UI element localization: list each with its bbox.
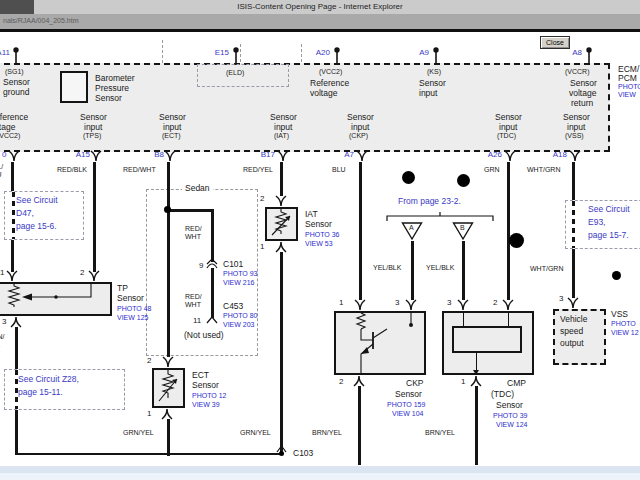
- tp-name: TP: [117, 283, 128, 293]
- wire-color: RED/: [185, 293, 202, 301]
- pin-icon: [584, 47, 594, 64]
- view-link[interactable]: VIEW 104: [392, 410, 424, 419]
- wire: [167, 162, 170, 357]
- view-link[interactable]: VIEW 124: [496, 421, 528, 430]
- see-circuit-text[interactable]: See Circuit Z28,: [18, 374, 79, 384]
- photo-link[interactable]: PHOTO 12: [192, 392, 227, 401]
- vss-pin3-label: 3: [559, 294, 563, 303]
- wire-color: RED/WHT: [123, 166, 156, 174]
- address-url[interactable]: nals/RJAA/004_205.htm: [3, 17, 79, 24]
- from-page-link[interactable]: From page 23-2.: [398, 196, 461, 206]
- view-link[interactable]: VIEW 53: [305, 240, 333, 249]
- see-circuit-text[interactable]: page 15-6.: [16, 221, 57, 231]
- wire-color: YEL/: [0, 163, 3, 171]
- wire: [358, 386, 361, 465]
- socket-icon: [90, 151, 102, 162]
- photo-link[interactable]: PHOTO 80: [223, 312, 258, 321]
- photo-link[interactable]: PHOTO 36: [305, 231, 340, 240]
- pin-func-tag: (TDC): [497, 132, 516, 140]
- socket-icon: [275, 196, 287, 207]
- close-button[interactable]: Close: [540, 36, 570, 49]
- pin-label-a9: A9: [413, 48, 429, 57]
- pin-func-tag: (KS): [427, 68, 441, 76]
- socket-icon: [277, 151, 289, 162]
- connector-id: C453: [223, 301, 243, 311]
- see-circuit-text[interactable]: See Circuit: [16, 195, 58, 205]
- pin-label-b17: B17: [251, 150, 275, 159]
- junction-dot: [164, 206, 171, 213]
- vss-box-text: speed: [560, 326, 583, 336]
- see-circuit-text[interactable]: E93,: [588, 217, 606, 227]
- view-link[interactable]: VIEW 12: [611, 329, 639, 338]
- title-bar: ISIS-Content Opening Page - Internet Exp…: [0, 0, 640, 14]
- see-circuit-text[interactable]: page 15-11.: [18, 387, 63, 397]
- pin-func: Sensor: [419, 78, 446, 88]
- pin-func: return: [571, 98, 593, 108]
- wire-color: GRN/YEL: [123, 429, 154, 437]
- pin-func-tag: (IAT): [274, 132, 289, 140]
- socket-icon: [353, 375, 365, 386]
- c453-pin-label: 11: [193, 316, 201, 325]
- view-link[interactable]: VIEW 216: [223, 279, 255, 288]
- socket-icon: [567, 298, 579, 309]
- pin-func: Sensor: [3, 77, 30, 87]
- triangle-b-letter: B: [460, 224, 465, 232]
- potentiometer-symbol: [0, 284, 96, 313]
- ect-pin2-label: 2: [147, 356, 151, 365]
- sedan-label: Sedan: [182, 183, 213, 193]
- pin-func: input: [84, 122, 102, 132]
- iat-pin2-label: 2: [260, 194, 264, 203]
- wire-color: RED/BLK: [57, 166, 87, 174]
- pin-icon: [231, 47, 241, 64]
- connector-separator: [301, 44, 302, 62]
- cmp-pin1-label: 1: [461, 377, 465, 386]
- view-link[interactable]: VIEW 39: [192, 401, 220, 410]
- inline-connector-icon: [276, 445, 287, 453]
- wire-color: GRN/YEL: [240, 429, 271, 437]
- c101-pin-label: 9: [199, 261, 203, 270]
- triangle-a-letter: A: [409, 224, 414, 232]
- wire: [462, 241, 465, 300]
- socket-icon: [356, 151, 368, 162]
- pin-func: Sensor: [80, 112, 107, 122]
- photo-link[interactable]: PHOTO 93: [223, 270, 258, 279]
- wire: [211, 268, 214, 318]
- barometer-sensor-box: [60, 71, 88, 103]
- see-circuit-text[interactable]: D47,: [16, 208, 34, 218]
- thermistor-symbol: [267, 209, 296, 239]
- photo-link[interactable]: PHOTO 39: [493, 412, 528, 421]
- inline-connector-icon: [205, 258, 219, 269]
- pin-func: input: [163, 122, 181, 132]
- wire-dashed: [572, 201, 575, 248]
- photo-link[interactable]: PHOTO: [611, 320, 636, 329]
- view-link[interactable]: VIEW 125: [117, 314, 149, 323]
- pin-label-b8: B8: [140, 150, 164, 159]
- ckp-pin3-label: 3: [395, 298, 399, 307]
- socket-icon: [275, 241, 287, 252]
- view-link[interactable]: VIEW 203: [223, 321, 255, 330]
- see-circuit-text[interactable]: See Circuit: [588, 204, 630, 214]
- socket-icon: [161, 408, 173, 419]
- socket-icon: [405, 300, 417, 311]
- ect-name: Sensor: [192, 380, 219, 390]
- connector-separator: [162, 40, 163, 63]
- pin-func: Sensor: [570, 78, 597, 88]
- tp-pin2-label: 2: [80, 268, 84, 277]
- cmp-pin3-label: 3: [447, 298, 451, 307]
- wire-dashed: [12, 192, 15, 239]
- bottom-bar: [0, 466, 640, 473]
- iat-name: IAT: [305, 209, 318, 219]
- photo-link[interactable]: PHOTO 159: [387, 401, 425, 410]
- see-circuit-text[interactable]: page 15-7.: [588, 230, 629, 240]
- address-bar[interactable]: nals/RJAA/004_205.htm: [0, 14, 640, 29]
- bracket-line: [385, 211, 495, 221]
- pin-func: input: [419, 88, 437, 98]
- wire-color: WHT/GRN: [530, 265, 563, 273]
- ie-window: ISIS-Content Opening Page - Internet Exp…: [0, 0, 640, 480]
- cmp-internal-element: [452, 326, 522, 353]
- pin-func: ground: [3, 87, 29, 97]
- socket-icon: [8, 151, 20, 162]
- photo-link[interactable]: PHOTO 48: [117, 305, 152, 314]
- pin-label-e15: E15: [209, 48, 229, 57]
- view-link[interactable]: VIEW: [618, 91, 636, 100]
